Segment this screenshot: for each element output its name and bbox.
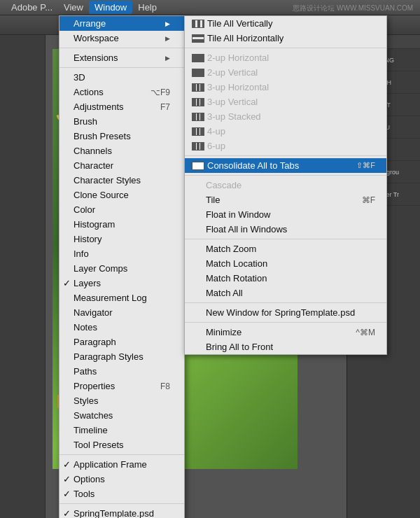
menu-divider: [59, 48, 184, 48]
submenu-bring-all-to-front[interactable]: Bring All to Front: [185, 340, 386, 354]
submenu-consolidate-all-tabs[interactable]: Consolidate All to Tabs ⇧⌘F: [185, 158, 386, 173]
window-menu-dropdown: Arrange Workspace Extensions 3D Actions⌥…: [59, 15, 185, 518]
menu-item-styles[interactable]: Styles: [59, 393, 184, 408]
shortcut-minimize: ^⌘M: [356, 328, 375, 337]
menu-item-layer-comps[interactable]: Layer Comps: [59, 261, 184, 276]
menu-item-3d[interactable]: 3D: [59, 70, 184, 85]
menu-item-color[interactable]: Color: [59, 202, 184, 217]
6up-icon: [192, 142, 204, 150]
menu-item-actions[interactable]: Actions⌥F9: [59, 85, 184, 99]
submenu-cascade[interactable]: Cascade: [185, 178, 386, 192]
menu-item-brush[interactable]: Brush: [59, 114, 184, 129]
menu-item-histogram[interactable]: Histogram: [59, 217, 184, 232]
menu-divider: [185, 322, 386, 323]
4up-icon: [192, 127, 204, 136]
menu-item-options[interactable]: Options: [59, 472, 184, 486]
menu-item-window[interactable]: Window: [89, 1, 132, 14]
submenu-3up-v[interactable]: 3-up Vertical: [185, 94, 386, 109]
3up-icon: [192, 113, 204, 121]
menu-item-info[interactable]: Info: [59, 246, 184, 261]
submenu-3up-stacked[interactable]: 3-up Stacked: [185, 109, 386, 124]
submenu-float-all-in-windows[interactable]: Float All in Windows: [185, 222, 386, 237]
watermark: 思路设计论坛 WWW.MISSVUAN.COM: [293, 4, 413, 13]
menu-item-adobe[interactable]: Adobe P...: [6, 1, 58, 14]
menu-divider: [185, 48, 386, 48]
menu-item-workspace[interactable]: Workspace: [59, 31, 184, 46]
submenu-new-window[interactable]: New Window for SpringTemplate.psd: [185, 305, 386, 320]
menu-item-timeline[interactable]: Timeline: [59, 423, 184, 438]
submenu-match-location[interactable]: Match Location: [185, 256, 386, 271]
menu-item-notes[interactable]: Notes: [59, 320, 184, 335]
menu-item-brush-presets[interactable]: Brush Presets: [59, 129, 184, 144]
submenu-2up-h[interactable]: 2-up Horizontal: [185, 50, 386, 65]
menu-divider: [185, 155, 386, 156]
3up-icon: [192, 83, 204, 92]
menu-item-paragraph-styles[interactable]: Paragraph Styles: [59, 349, 184, 364]
tile-v-icon: [192, 20, 204, 28]
submenu-float-in-window[interactable]: Float in Window: [185, 207, 386, 222]
menu-item-measurement-log[interactable]: Measurement Log: [59, 290, 184, 305]
menu-item-tools[interactable]: Tools: [59, 486, 184, 501]
submenu-tile-all-v[interactable]: Tile All Vertically: [185, 16, 386, 31]
arrange-submenu: Tile All Vertically Tile All Horizontall…: [184, 15, 387, 355]
submenu-match-all[interactable]: Match All: [185, 286, 386, 300]
submenu-4up[interactable]: 4-up: [185, 124, 386, 139]
menu-divider: [185, 175, 386, 176]
menu-item-clone-source[interactable]: Clone Source: [59, 188, 184, 202]
menu-divider: [59, 503, 184, 504]
menu-item-channels[interactable]: Channels: [59, 144, 184, 158]
menu-item-layers[interactable]: Layers: [59, 276, 184, 290]
menu-divider: [185, 239, 386, 239]
menu-item-view[interactable]: View: [58, 1, 89, 14]
menu-item-help[interactable]: Help: [132, 1, 162, 14]
submenu-tile[interactable]: Tile ⌘F: [185, 192, 386, 207]
shortcut-consolidate: ⇧⌘F: [356, 161, 375, 170]
tile-h-icon: [192, 34, 204, 43]
menu-divider: [59, 454, 184, 455]
menu-item-swatches[interactable]: Swatches: [59, 408, 184, 423]
submenu-minimize[interactable]: Minimize ^⌘M: [185, 325, 386, 340]
2up-icon: [192, 69, 204, 77]
menu-item-arrange[interactable]: Arrange: [59, 16, 184, 31]
menu-item-navigator[interactable]: Navigator: [59, 305, 184, 320]
submenu-2up-v[interactable]: 2-up Vertical: [185, 65, 386, 80]
menu-item-spring-template[interactable]: SpringTemplate.psd: [59, 506, 184, 518]
menu-item-character-styles[interactable]: Character Styles: [59, 173, 184, 188]
menu-item-tool-presets[interactable]: Tool Presets: [59, 438, 184, 452]
menu-item-paragraph[interactable]: Paragraph: [59, 335, 184, 349]
menu-item-adjustments[interactable]: AdjustmentsF7: [59, 99, 184, 114]
left-panel: [0, 35, 46, 518]
shortcut-tile: ⌘F: [362, 195, 375, 205]
menu-item-paths[interactable]: Paths: [59, 364, 184, 379]
menu-item-extensions[interactable]: Extensions: [59, 50, 184, 65]
menu-divider: [59, 67, 184, 68]
submenu-3up-h[interactable]: 3-up Horizontal: [185, 80, 386, 94]
menu-item-properties[interactable]: PropertiesF8: [59, 379, 184, 393]
3up-icon: [192, 98, 204, 106]
menu-divider: [185, 302, 386, 303]
submenu-match-rotation[interactable]: Match Rotation: [185, 271, 386, 286]
menu-item-character[interactable]: Character: [59, 158, 184, 173]
menu-item-app-frame[interactable]: Application Frame: [59, 457, 184, 472]
submenu-6up[interactable]: 6-up: [185, 139, 386, 153]
submenu-match-zoom[interactable]: Match Zoom: [185, 241, 386, 256]
menu-item-history[interactable]: History: [59, 232, 184, 246]
menu-bar: Adobe P... View Window Help 思路设计论坛 WWW.M…: [0, 0, 420, 15]
consolidate-icon: [192, 162, 204, 170]
2up-icon: [192, 54, 204, 62]
submenu-tile-all-h[interactable]: Tile All Horizontally: [185, 31, 386, 46]
